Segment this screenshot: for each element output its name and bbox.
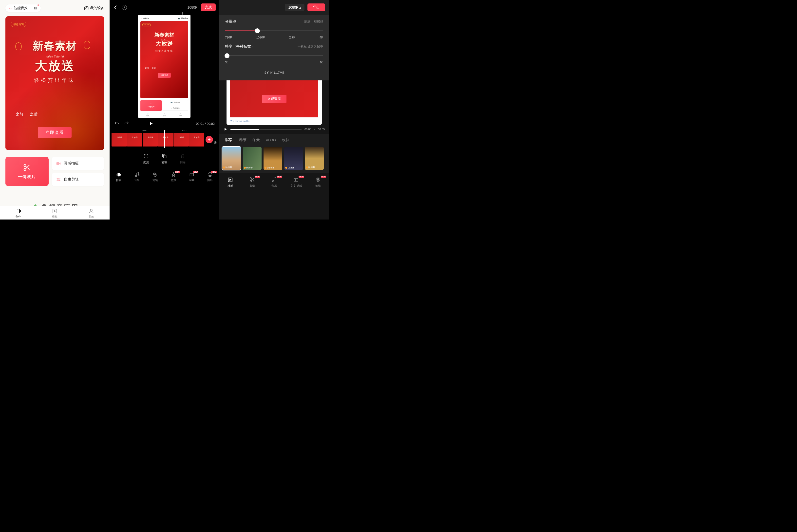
play-icon[interactable] <box>224 127 227 131</box>
export-button[interactable]: 导出 <box>308 3 325 11</box>
cat-happy[interactable]: 欢快 <box>282 138 290 142</box>
filesize-readout: 文件约11.7MB <box>225 69 323 76</box>
carousel-next: 航 <box>34 6 37 11</box>
cat-vlog[interactable]: VLOG <box>266 138 276 142</box>
cat-recommend[interactable]: 推荐 <box>225 138 233 142</box>
avatar-icon <box>306 167 308 168</box>
nav-create[interactable]: 创作 <box>0 208 37 218</box>
resolution-hint: 高清，观感好 <box>304 19 323 24</box>
scissors-icon <box>23 164 31 171</box>
slider-thumb[interactable] <box>255 28 260 33</box>
tick-label: 1080P <box>256 36 265 39</box>
nav-mine[interactable]: 我的 <box>73 208 110 218</box>
nav-template[interactable]: 模板 <box>219 177 241 188</box>
resolution-ticks: 720P 1080P 2.7K 4K <box>225 36 323 39</box>
resolution-dropdown[interactable]: 1080P▴ <box>285 4 304 11</box>
add-clip-label: 添加片 <box>214 139 217 140</box>
nav-effect[interactable]: NEW特效 <box>164 172 183 182</box>
progress-bar[interactable] <box>230 129 301 130</box>
promo-card[interactable]: 创意剪辑 新春素材 Video Tutorial 大放送 轻松剪出年味 之前 之… <box>5 16 104 150</box>
timeline-clip[interactable] <box>143 133 158 147</box>
nav-filter[interactable]: NEW滤镜 <box>307 177 329 188</box>
copy-label: 复制 <box>161 160 167 165</box>
nav-sticker[interactable]: NEW贴纸 <box>201 172 219 182</box>
template-thumb[interactable]: Darren <box>243 147 262 170</box>
after-label: 之后 <box>30 112 37 117</box>
timeline-clip[interactable] <box>127 133 142 147</box>
template-thumb[interactable]: 哈库呐… <box>305 147 324 170</box>
timeline-clip[interactable] <box>189 133 204 147</box>
edit-track-icon <box>56 177 61 182</box>
pv-nav: ▢创作 ▷模板 ○我的 <box>140 112 189 117</box>
new-badge: NEW <box>211 171 217 173</box>
copy-icon <box>162 153 167 159</box>
done-button[interactable]: 完成 <box>201 3 216 11</box>
nav-music[interactable]: 音乐 <box>128 172 146 182</box>
preview-caption: The story of my life. <box>226 117 322 125</box>
promo-title-1: 新春素材 <box>5 39 104 53</box>
tick-label: 60 <box>320 61 323 64</box>
inspire-shoot-button[interactable]: 灵感拍摄 <box>52 157 104 170</box>
one-click-label: 一键成片 <box>18 174 36 179</box>
add-clip-button[interactable]: + <box>206 136 213 143</box>
zoom-tool[interactable]: 变焦 <box>143 153 149 165</box>
nav-filter[interactable]: 滤镜 <box>146 172 164 182</box>
pv-topbar: ılı智能音效 📷我的设备 <box>140 17 189 20</box>
nav-text[interactable]: NEW文字·贴纸 <box>285 177 307 188</box>
pv-h3: 轻松剪出年味 <box>141 49 188 53</box>
copy-tool[interactable]: 复制 <box>161 153 167 165</box>
pv-cta: 立即查看 <box>158 73 171 78</box>
thumb-author: 哈库呐… <box>309 166 317 169</box>
inspire-shoot-label: 灵感拍摄 <box>64 161 79 166</box>
play-icon[interactable] <box>149 121 153 126</box>
audio-wave-icon: ılıı <box>9 6 12 10</box>
avatar-icon <box>223 167 225 168</box>
cat-spring[interactable]: 春节 <box>239 138 246 142</box>
redo-icon[interactable] <box>124 121 129 126</box>
tick-label: 2.7K <box>289 36 295 39</box>
tick-label: 30 <box>225 61 228 64</box>
fps-hint: 手机拍摄默认帧率 <box>298 44 323 49</box>
timeline-clip[interactable] <box>173 133 189 147</box>
free-edit-button[interactable]: 自由剪辑 <box>52 173 104 186</box>
template-thumb[interactable]: Darren <box>284 147 303 170</box>
nav-template[interactable]: 模板 <box>37 208 73 218</box>
ruler-tick: 00:02 <box>181 129 187 132</box>
timeline-clip[interactable] <box>112 133 127 147</box>
new-badge: NEW <box>321 176 326 178</box>
zoom-label: 变焦 <box>143 160 149 165</box>
nav-subtitle[interactable]: NEW字幕 <box>183 172 201 182</box>
smart-audio-label: 智能音效 <box>14 6 27 11</box>
resolution-slider[interactable] <box>225 28 323 34</box>
home-screen: ılıı 智能音效 航 我的设备 创意剪辑 新春素材 Video Tutoria… <box>0 0 110 220</box>
nav-edit[interactable]: 剪辑 <box>110 172 128 182</box>
undo-icon[interactable] <box>114 121 119 126</box>
text-icon <box>293 177 299 183</box>
help-icon[interactable]: ? <box>122 5 127 10</box>
editor-bottom-nav: 剪辑 音乐 滤镜 NEW特效 NEW字幕 NEW贴纸 <box>110 168 219 184</box>
my-device-button[interactable]: 我的设备 <box>84 6 104 11</box>
cat-winter[interactable]: 冬天 <box>253 138 260 142</box>
slider-thumb[interactable] <box>225 53 229 58</box>
nav-music[interactable]: NEW音乐 <box>263 177 285 188</box>
svg-point-29 <box>317 179 319 182</box>
view-now-button[interactable]: 立即查看 <box>38 127 72 138</box>
chevron-up-icon: ▴ <box>299 5 301 10</box>
template-thumb[interactable]: Darren <box>263 147 282 170</box>
resolution-readout[interactable]: 1080P <box>187 5 198 10</box>
camera-icon <box>84 6 89 11</box>
video-camera-icon <box>56 162 61 166</box>
video-preview[interactable]: ılı智能音效 📷我的设备 创意剪辑 新春素材 Video Tutorial 大… <box>138 15 190 118</box>
time-total: 00:05 <box>318 128 325 131</box>
before-label: 之前 <box>16 112 23 117</box>
time-current: 00:05 <box>304 128 311 131</box>
template-thumb[interactable]: 哈库呐… <box>222 147 241 170</box>
thumb-author: Darren <box>246 167 253 169</box>
nav-edit[interactable]: NEW剪辑 <box>241 177 263 188</box>
timeline[interactable]: + 添加片 <box>110 133 219 147</box>
smart-audio-chip[interactable]: ılıı 智能音效 航 <box>5 4 41 12</box>
back-icon[interactable] <box>113 5 118 10</box>
one-click-button[interactable]: 一键成片 <box>5 157 49 186</box>
timeline-clip[interactable] <box>158 133 173 147</box>
fps-slider[interactable] <box>225 53 323 59</box>
